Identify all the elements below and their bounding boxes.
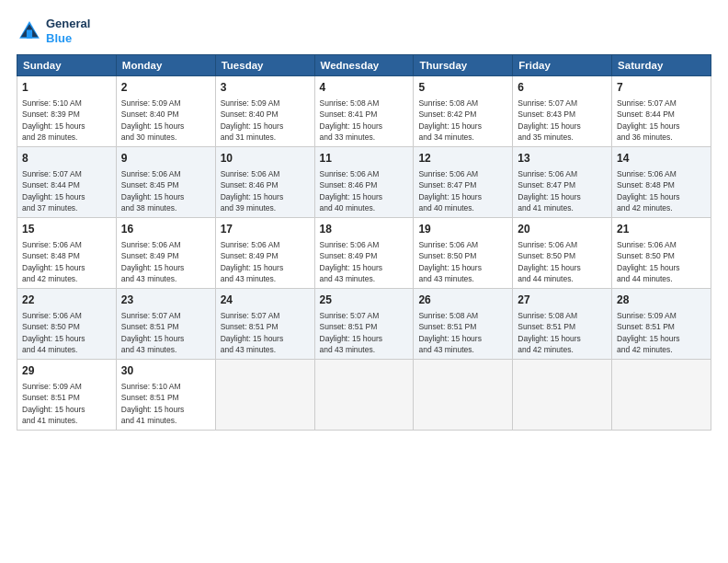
day-info: Sunrise: 5:07 AM Sunset: 8:51 PM Dayligh… [221, 310, 310, 355]
day-info: Sunrise: 5:06 AM Sunset: 8:49 PM Dayligh… [121, 239, 210, 284]
day-number: 20 [518, 222, 607, 237]
calendar-cell: 28Sunrise: 5:09 AM Sunset: 8:51 PM Dayli… [612, 289, 711, 360]
calendar-cell: 1Sunrise: 5:10 AM Sunset: 8:39 PM Daylig… [17, 76, 117, 147]
day-info: Sunrise: 5:06 AM Sunset: 8:48 PM Dayligh… [617, 168, 706, 213]
day-number: 30 [121, 363, 210, 379]
calendar-cell [612, 360, 711, 431]
day-info: Sunrise: 5:06 AM Sunset: 8:50 PM Dayligh… [418, 239, 507, 284]
day-info: Sunrise: 5:06 AM Sunset: 8:50 PM Dayligh… [617, 239, 706, 284]
calendar-cell: 5Sunrise: 5:08 AM Sunset: 8:42 PM Daylig… [414, 76, 513, 147]
calendar-cell: 17Sunrise: 5:06 AM Sunset: 8:49 PM Dayli… [215, 218, 314, 289]
day-info: Sunrise: 5:08 AM Sunset: 8:51 PM Dayligh… [418, 310, 507, 355]
day-number: 19 [418, 222, 507, 237]
logo: General Blue [17, 17, 90, 45]
calendar-cell: 30Sunrise: 5:10 AM Sunset: 8:51 PM Dayli… [116, 360, 215, 431]
calendar-cell: 9Sunrise: 5:06 AM Sunset: 8:45 PM Daylig… [116, 147, 215, 218]
calendar-week-row: 15Sunrise: 5:06 AM Sunset: 8:48 PM Dayli… [17, 218, 711, 289]
calendar-cell: 29Sunrise: 5:09 AM Sunset: 8:51 PM Dayli… [17, 360, 117, 431]
day-number: 15 [22, 222, 111, 237]
calendar-cell [215, 360, 314, 431]
calendar-cell: 27Sunrise: 5:08 AM Sunset: 8:51 PM Dayli… [513, 289, 612, 360]
weekday-header: Sunday [17, 55, 117, 76]
day-number: 3 [221, 80, 310, 96]
calendar-table: SundayMondayTuesdayWednesdayThursdayFrid… [17, 54, 711, 431]
day-info: Sunrise: 5:06 AM Sunset: 8:47 PM Dayligh… [418, 168, 507, 213]
day-number: 21 [617, 222, 706, 237]
calendar-cell [513, 360, 612, 431]
day-number: 9 [121, 151, 210, 167]
calendar-cell: 25Sunrise: 5:07 AM Sunset: 8:51 PM Dayli… [314, 289, 414, 360]
page: General Blue SundayMondayTuesdayWednesda… [0, 0, 728, 563]
day-info: Sunrise: 5:09 AM Sunset: 8:40 PM Dayligh… [121, 98, 210, 143]
day-info: Sunrise: 5:08 AM Sunset: 8:51 PM Dayligh… [518, 310, 607, 355]
calendar-header-row: SundayMondayTuesdayWednesdayThursdayFrid… [17, 55, 711, 76]
calendar-week-row: 29Sunrise: 5:09 AM Sunset: 8:51 PM Dayli… [17, 360, 711, 431]
calendar-cell: 18Sunrise: 5:06 AM Sunset: 8:49 PM Dayli… [314, 218, 414, 289]
logo-line2: Blue [46, 31, 72, 45]
calendar-cell [414, 360, 513, 431]
calendar-cell: 22Sunrise: 5:06 AM Sunset: 8:50 PM Dayli… [17, 289, 117, 360]
day-info: Sunrise: 5:07 AM Sunset: 8:51 PM Dayligh… [121, 310, 210, 355]
day-number: 10 [221, 151, 310, 167]
weekday-header: Wednesday [314, 55, 414, 76]
calendar-cell: 13Sunrise: 5:06 AM Sunset: 8:47 PM Dayli… [513, 147, 612, 218]
calendar-cell: 20Sunrise: 5:06 AM Sunset: 8:50 PM Dayli… [513, 218, 612, 289]
day-number: 7 [617, 80, 706, 96]
day-number: 25 [320, 293, 409, 308]
calendar-week-row: 1Sunrise: 5:10 AM Sunset: 8:39 PM Daylig… [17, 76, 711, 147]
day-number: 14 [617, 151, 706, 167]
day-info: Sunrise: 5:06 AM Sunset: 8:50 PM Dayligh… [22, 310, 111, 355]
day-info: Sunrise: 5:06 AM Sunset: 8:48 PM Dayligh… [22, 239, 111, 284]
logo-line1: General [46, 17, 90, 31]
day-info: Sunrise: 5:09 AM Sunset: 8:51 PM Dayligh… [617, 310, 706, 355]
weekday-header: Monday [116, 55, 215, 76]
day-info: Sunrise: 5:09 AM Sunset: 8:40 PM Dayligh… [221, 98, 310, 143]
day-info: Sunrise: 5:06 AM Sunset: 8:45 PM Dayligh… [121, 168, 210, 213]
day-info: Sunrise: 5:07 AM Sunset: 8:44 PM Dayligh… [617, 98, 706, 143]
header: General Blue [17, 17, 711, 45]
calendar-cell: 24Sunrise: 5:07 AM Sunset: 8:51 PM Dayli… [215, 289, 314, 360]
day-number: 22 [22, 293, 111, 308]
calendar-cell: 23Sunrise: 5:07 AM Sunset: 8:51 PM Dayli… [116, 289, 215, 360]
calendar-cell: 7Sunrise: 5:07 AM Sunset: 8:44 PM Daylig… [612, 76, 711, 147]
day-info: Sunrise: 5:10 AM Sunset: 8:39 PM Dayligh… [22, 98, 111, 143]
day-number: 2 [121, 80, 210, 96]
day-info: Sunrise: 5:06 AM Sunset: 8:49 PM Dayligh… [320, 239, 409, 284]
svg-rect-2 [27, 29, 32, 38]
day-number: 24 [221, 293, 310, 308]
calendar-week-row: 8Sunrise: 5:07 AM Sunset: 8:44 PM Daylig… [17, 147, 711, 218]
calendar-cell: 10Sunrise: 5:06 AM Sunset: 8:46 PM Dayli… [215, 147, 314, 218]
day-number: 8 [22, 151, 111, 167]
calendar-cell: 3Sunrise: 5:09 AM Sunset: 8:40 PM Daylig… [215, 76, 314, 147]
day-info: Sunrise: 5:06 AM Sunset: 8:49 PM Dayligh… [221, 239, 310, 284]
weekday-header: Tuesday [215, 55, 314, 76]
weekday-header: Thursday [414, 55, 513, 76]
day-info: Sunrise: 5:09 AM Sunset: 8:51 PM Dayligh… [22, 381, 111, 426]
day-number: 6 [518, 80, 607, 96]
day-number: 26 [418, 293, 507, 308]
day-number: 17 [221, 222, 310, 237]
calendar-cell: 8Sunrise: 5:07 AM Sunset: 8:44 PM Daylig… [17, 147, 117, 218]
logo-text: General Blue [46, 17, 90, 45]
calendar-cell: 11Sunrise: 5:06 AM Sunset: 8:46 PM Dayli… [314, 147, 414, 218]
day-number: 16 [121, 222, 210, 237]
calendar-cell: 4Sunrise: 5:08 AM Sunset: 8:41 PM Daylig… [314, 76, 414, 147]
calendar-cell: 15Sunrise: 5:06 AM Sunset: 8:48 PM Dayli… [17, 218, 117, 289]
day-number: 5 [418, 80, 507, 96]
day-info: Sunrise: 5:07 AM Sunset: 8:51 PM Dayligh… [320, 310, 409, 355]
calendar-cell: 26Sunrise: 5:08 AM Sunset: 8:51 PM Dayli… [414, 289, 513, 360]
calendar-cell [314, 360, 414, 431]
weekday-header: Saturday [612, 55, 711, 76]
day-number: 13 [518, 151, 607, 167]
day-number: 1 [22, 80, 111, 96]
day-number: 4 [320, 80, 409, 96]
calendar-cell: 19Sunrise: 5:06 AM Sunset: 8:50 PM Dayli… [414, 218, 513, 289]
calendar-week-row: 22Sunrise: 5:06 AM Sunset: 8:50 PM Dayli… [17, 289, 711, 360]
day-number: 18 [320, 222, 409, 237]
calendar-cell: 21Sunrise: 5:06 AM Sunset: 8:50 PM Dayli… [612, 218, 711, 289]
day-info: Sunrise: 5:07 AM Sunset: 8:44 PM Dayligh… [22, 168, 111, 213]
day-number: 12 [418, 151, 507, 167]
day-info: Sunrise: 5:08 AM Sunset: 8:42 PM Dayligh… [418, 98, 507, 143]
day-number: 23 [121, 293, 210, 308]
day-info: Sunrise: 5:08 AM Sunset: 8:41 PM Dayligh… [320, 98, 409, 143]
